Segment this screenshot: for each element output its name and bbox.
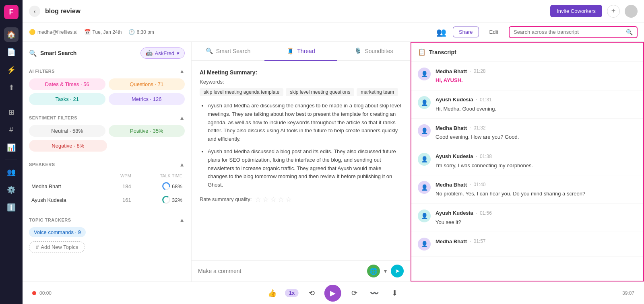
nav-chart[interactable]: 📊 (4, 140, 19, 155)
search-transcript-input[interactable] (514, 29, 623, 35)
positive-chip[interactable]: Positive · 35% (109, 125, 185, 137)
avatar-ayush-1: 👤 (418, 96, 431, 109)
forward-button[interactable]: ⟳ (347, 286, 361, 300)
nav-notes[interactable]: 📄 (4, 45, 19, 60)
speakers-collapse[interactable]: ▲ (179, 161, 185, 168)
entry-header-6: Ayush Kudesia · 01:56 (436, 210, 637, 217)
nav-widgets[interactable]: ⊞ (4, 105, 19, 119)
thread-tab-label: Thread (297, 48, 315, 54)
invite-coworkers-button[interactable]: Invite Coworkers (550, 5, 602, 17)
dropdown-chevron[interactable]: ▾ (384, 268, 387, 274)
like-button[interactable]: 👍 (265, 286, 279, 300)
bottom-bar: 00:00 👍 1x ⟲ ▶ ⟳ 〰️ ⬇ 39:07 (23, 281, 644, 304)
nav-info[interactable]: ℹ️ (4, 200, 19, 215)
rewind-button[interactable]: ⟲ (304, 286, 319, 300)
col-talk: TALK TIME (134, 173, 184, 179)
ai-filters-collapse[interactable]: ▲ (179, 68, 185, 74)
smart-search-icon: 🔍 (29, 49, 37, 57)
askfred-button[interactable]: 🤖 AskFred ▾ (140, 47, 185, 59)
app-logo[interactable]: F (4, 5, 19, 19)
nav-settings[interactable]: ⚙️ (4, 183, 19, 197)
nav-activity[interactable]: ⚡ (4, 63, 19, 77)
star-1[interactable]: ☆ (255, 195, 261, 204)
askfred-label: AskFred (155, 50, 174, 56)
metrics-chip[interactable]: Metrics · 126 (109, 93, 185, 105)
avatar-ayush-2: 👤 (418, 153, 431, 166)
entry-header-2: Ayush Kudesia · 01:31 (436, 96, 637, 103)
sub-header: 🟡 medha@fireflies.ai 📅 Tue, Jan 24th 🕐 6… (23, 23, 644, 42)
nav-home[interactable]: 🏠 (4, 27, 19, 42)
star-rating[interactable]: ☆ ☆ ☆ ☆ ☆ (255, 195, 292, 204)
speaker-pct-ayush: 32% (134, 193, 184, 206)
tab-soundbites[interactable]: 🎙️ Soundbites (337, 42, 410, 61)
sentiment-header: SENTIMENT FILTERS ▲ (29, 115, 185, 121)
sentiment-grid: Neutral · 58% Positive · 35% (29, 125, 185, 137)
add-new-topics-button[interactable]: # Add New Topics (29, 241, 85, 253)
negative-chip[interactable]: Negative · 8% (29, 140, 107, 152)
speaker-row-ayush: Ayush Kudesia 161 32% (30, 193, 184, 206)
entry-header-7: Medha Bhatt · 01:57 (436, 238, 637, 245)
transcript-entry-3: 👤 Medha Bhatt · 01:32 Good evening. How … (411, 119, 643, 147)
content-area: 🔍 Smart Search 🤖 AskFred ▾ AI FILTERS ▲ (23, 42, 644, 281)
avatar-medha-2: 👤 (418, 124, 431, 137)
sentiment-title: SENTIMENT FILTERS (29, 115, 77, 120)
tasks-chip[interactable]: Tasks · 21 (29, 93, 105, 105)
speaker-wpm-medha: 184 (105, 180, 132, 193)
plus-button[interactable]: + (607, 5, 620, 18)
send-button[interactable]: ➤ (391, 265, 404, 277)
entry-content-6: Ayush Kudesia · 01:56 You see it? (436, 210, 637, 226)
col-wpm: WPM (105, 173, 132, 179)
download-button[interactable]: ⬇ (387, 286, 402, 300)
tab-smart-search[interactable]: 🔍 Smart Search (192, 42, 264, 61)
back-button[interactable]: ‹ (29, 6, 40, 17)
calendar-icon: 📅 (84, 29, 91, 35)
avatar-medha-1: 👤 (418, 68, 431, 80)
share-button[interactable]: Share (453, 27, 479, 37)
col-name (30, 173, 104, 179)
sentiment-collapse[interactable]: ▲ (179, 115, 185, 121)
comment-input[interactable] (198, 268, 363, 274)
speakers-title: SPEAKERS (29, 162, 55, 167)
pct-ayush: 32% (172, 197, 182, 203)
donut-medha (161, 181, 171, 191)
speaker-name-medha: Medha Bhatt (30, 180, 104, 193)
dot-3: · (469, 124, 471, 131)
entry-content-3: Medha Bhatt · 01:32 Good evening. How ar… (436, 124, 637, 141)
smart-search-tab-label: Smart Search (216, 48, 251, 54)
rate-row: Rate summary quality: ☆ ☆ ☆ ☆ ☆ (200, 195, 402, 204)
questions-chip[interactable]: Questions · 71 (109, 78, 185, 90)
time-7: 01:57 (473, 238, 485, 244)
nav-hashtag[interactable]: # (4, 123, 19, 137)
transcript-icon: 📋 (418, 48, 426, 56)
page-title: blog review (45, 8, 293, 15)
tab-thread[interactable]: 🧵 Thread (264, 42, 337, 61)
nav-upload[interactable]: ⬆ (4, 80, 19, 95)
nav-people[interactable]: 👥 (4, 165, 19, 179)
neutral-chip[interactable]: Neutral · 58% (29, 125, 105, 137)
entry-content-5: Medha Bhatt · 01:40 No problem. Yes, I c… (436, 181, 637, 198)
edit-button[interactable]: Edit (485, 27, 502, 37)
topic-collapse[interactable]: ▲ (179, 217, 185, 223)
keyword-tag-2: skip level meeting questions (286, 88, 354, 96)
voice-commands-chip[interactable]: Voice commands · 9 (29, 227, 86, 237)
waveform-button[interactable]: 〰️ (367, 286, 382, 300)
globe-button[interactable]: 🌐 (367, 265, 380, 277)
play-button[interactable]: ▶ (324, 285, 341, 302)
star-2[interactable]: ☆ (262, 195, 269, 204)
speaker-name-ayush: Ayush Kudesia (30, 193, 104, 206)
ai-summary-title: AI Meeting Summary: (200, 69, 402, 76)
transcript-entry-7: 👤 Medha Bhatt · 01:57 (411, 232, 643, 257)
dot-1: · (469, 68, 471, 75)
star-3[interactable]: ☆ (270, 195, 277, 204)
avatar-ayush-3: 👤 (418, 210, 431, 222)
speed-badge[interactable]: 1x (285, 289, 299, 297)
transcript-entry-1: 👤 Medha Bhatt · 01:28 Hi, AYUSH. (411, 62, 643, 90)
topic-title: TOPIC TRACKERS (29, 218, 71, 222)
dot-6: · (475, 210, 477, 217)
star-4[interactable]: ☆ (278, 195, 284, 204)
keyword-tags: skip level meeting agenda template skip … (200, 88, 402, 96)
negative-row: Negative · 8% (29, 140, 185, 152)
star-5[interactable]: ☆ (285, 195, 292, 204)
main-area: ‹ blog review Invite Coworkers + 🟡 medha… (23, 0, 644, 304)
dates-times-chip[interactable]: Dates & Times · 56 (29, 78, 105, 90)
